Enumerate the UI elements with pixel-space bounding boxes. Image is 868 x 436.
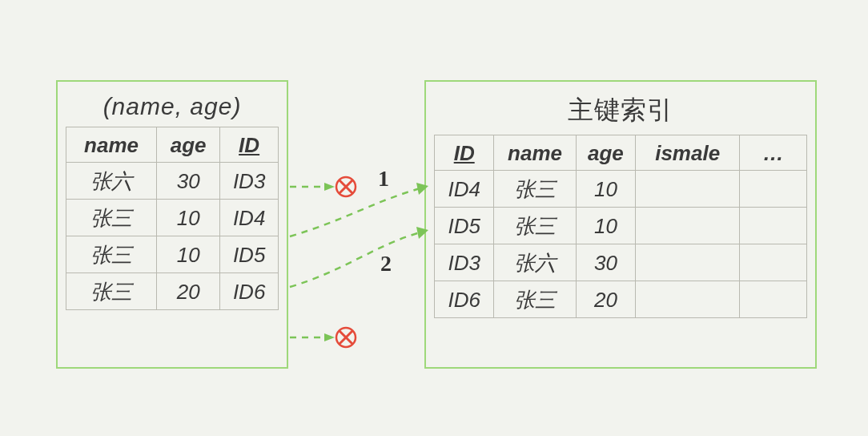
cell-ismale — [636, 171, 740, 208]
cell-name: 张六 — [66, 163, 157, 200]
cell-id: ID4 — [435, 171, 494, 208]
cell-more — [740, 244, 807, 281]
cell-name: 张三 — [494, 281, 576, 318]
col-more-header: … — [740, 135, 807, 171]
cell-age: 30 — [157, 163, 220, 200]
cell-age: 10 — [157, 236, 220, 273]
col-name-header: name — [66, 127, 157, 163]
cell-age: 10 — [576, 171, 635, 208]
table-row: 张六 30 ID3 — [66, 163, 279, 200]
primary-index-panel: 主键索引 ID name age ismale … ID4 张三 10 ID5 … — [424, 80, 817, 369]
col-age-header: age — [576, 135, 635, 171]
table-row: ID6 张三 20 — [435, 281, 807, 318]
cross-line — [340, 180, 352, 193]
cell-id: ID5 — [220, 236, 279, 273]
table-row: ID5 张三 10 — [435, 208, 807, 244]
cell-id: ID6 — [220, 273, 279, 310]
cell-id: ID6 — [435, 281, 494, 318]
table-row: 张三 20 ID6 — [66, 273, 279, 310]
table-row: ID4 张三 10 — [435, 171, 807, 208]
cell-ismale — [636, 208, 740, 244]
secondary-index-title: (name, age) — [66, 93, 279, 120]
cross-line — [340, 331, 352, 344]
arrow-label-1: 1 — [378, 166, 389, 191]
table-row: 张三 10 ID5 — [66, 236, 279, 273]
table-header-row: name age ID — [66, 127, 279, 163]
cell-name: 张三 — [494, 171, 576, 208]
cell-more — [740, 171, 807, 208]
cell-age: 30 — [576, 244, 635, 281]
cell-name: 张三 — [66, 200, 157, 236]
cell-name: 张三 — [66, 236, 157, 273]
arrowhead-icon — [324, 333, 335, 341]
cell-id: ID4 — [220, 200, 279, 236]
cell-name: 张三 — [494, 208, 576, 244]
primary-index-table: ID name age ismale … ID4 张三 10 ID5 张三 10… — [434, 135, 807, 318]
cross-line — [340, 331, 352, 344]
secondary-index-table: name age ID 张六 30 ID3 张三 10 ID4 张三 10 ID… — [66, 127, 279, 310]
col-id-header: ID — [435, 135, 494, 171]
filter-cross-icon — [336, 177, 356, 196]
cell-ismale — [636, 244, 740, 281]
col-age-header: age — [157, 127, 220, 163]
col-name-header: name — [494, 135, 576, 171]
col-id-header: ID — [220, 127, 279, 163]
cell-name: 张六 — [494, 244, 576, 281]
col-ismale-header: ismale — [636, 135, 740, 171]
cell-ismale — [636, 281, 740, 318]
lookup-arrow-1 — [290, 188, 420, 236]
secondary-index-panel: (name, age) name age ID 张六 30 ID3 张三 10 … — [56, 80, 288, 369]
cell-more — [740, 281, 807, 318]
filter-cross-icon — [336, 328, 356, 347]
cell-id: ID3 — [220, 163, 279, 200]
arrowhead-icon — [324, 183, 335, 191]
cell-id: ID5 — [435, 208, 494, 244]
primary-index-title: 主键索引 — [434, 93, 807, 128]
table-header-row: ID name age ismale … — [435, 135, 807, 171]
cell-name: 张三 — [66, 273, 157, 310]
table-row: ID3 张六 30 — [435, 244, 807, 281]
cell-age: 10 — [576, 208, 635, 244]
cell-age: 10 — [157, 200, 220, 236]
cell-more — [740, 208, 807, 244]
cross-line — [340, 180, 352, 193]
cell-age: 20 — [157, 273, 220, 310]
lookup-arrow-2 — [290, 232, 420, 287]
cell-age: 20 — [576, 281, 635, 318]
arrow-label-2: 2 — [380, 251, 392, 276]
cell-id: ID3 — [435, 244, 494, 281]
table-row: 张三 10 ID4 — [66, 200, 279, 236]
